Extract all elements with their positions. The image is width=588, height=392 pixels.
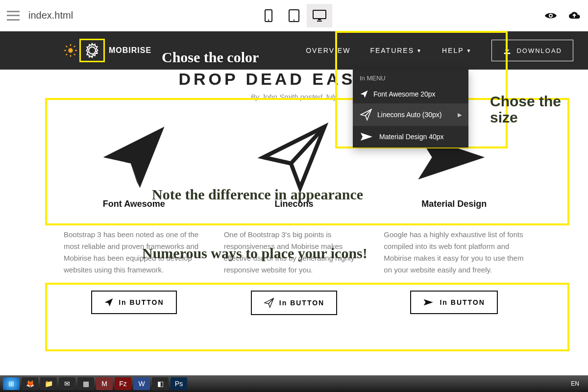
page-title: DROP DEAD EASY WE <box>15 70 573 89</box>
paper-plane-icon <box>360 90 368 98</box>
download-icon <box>503 46 512 55</box>
sun-icon-orange <box>64 44 77 57</box>
brand-label: MOBIRISE <box>109 46 151 55</box>
column-desc: Bootstrap 3 has been noted as one of the… <box>64 229 204 276</box>
nav-overview[interactable]: OVERVIEW <box>306 47 350 54</box>
svg-line-13 <box>74 54 75 55</box>
feature-columns: Font Awesome Bootstrap 3 has been noted … <box>15 121 573 315</box>
svg-point-1 <box>268 19 270 21</box>
column-title: Font Awesome <box>64 199 204 209</box>
taskbar-app-generic[interactable]: ▦ <box>77 377 94 390</box>
chevron-right-icon: ▶ <box>458 112 462 118</box>
in-button-linecons[interactable]: In BUTTON <box>251 291 337 315</box>
nav-features[interactable]: FEATURES▼ <box>370 47 422 54</box>
taskbar-lang[interactable]: EN <box>571 380 585 387</box>
send-icon <box>360 131 374 143</box>
app-topbar: index.html <box>0 0 588 31</box>
in-button-fa[interactable]: In BUTTON <box>91 291 176 314</box>
dropdown-item-label: Font Awesome 20px <box>373 90 436 98</box>
taskbar-app-mail[interactable]: ✉ <box>59 377 75 390</box>
menu-icon[interactable] <box>7 11 20 21</box>
tablet-icon[interactable] <box>281 4 307 27</box>
page-content: DROP DEAD EASY WE By John Smith posted J… <box>0 70 588 315</box>
column-material: Material Design Google has a highly exha… <box>384 121 524 315</box>
taskbar-app-generic[interactable]: ◧ <box>152 377 169 390</box>
dropdown-header: In MENU <box>353 70 468 85</box>
features-dropdown: In MENU Font Awesome 20px Linecons Auto … <box>353 70 468 147</box>
svg-line-20 <box>264 157 291 164</box>
download-button[interactable]: DOWNLOAD <box>491 40 573 61</box>
taskbar-app-photoshop[interactable]: Ps <box>171 377 187 390</box>
button-label: In BUTTON <box>279 299 324 307</box>
dropdown-item-fa[interactable]: Font Awesome 20px <box>353 85 468 103</box>
taskbar-app-filezilla[interactable]: Fz <box>115 377 131 390</box>
dropdown-item-linecons[interactable]: Linecons Auto (30px) ▶ <box>353 103 468 126</box>
publish-icon[interactable] <box>567 11 581 21</box>
start-button[interactable]: ⊞ <box>3 377 20 390</box>
dropdown-item-label: Material Design 40px <box>379 133 444 141</box>
svg-point-16 <box>89 47 96 54</box>
phone-icon[interactable] <box>256 4 281 27</box>
dropdown-item-material[interactable]: Material Design 40px <box>353 126 468 147</box>
taskbar-app-word[interactable]: W <box>133 377 150 390</box>
svg-point-6 <box>550 15 552 17</box>
nav-help[interactable]: HELP▼ <box>442 47 472 54</box>
caret-down-icon: ▼ <box>416 48 422 53</box>
preview-icon[interactable] <box>544 11 558 20</box>
paper-plane-outline-icon <box>224 121 365 194</box>
paper-plane-outline-icon <box>264 297 274 308</box>
svg-point-7 <box>68 48 73 52</box>
filename-label: index.html <box>28 10 73 21</box>
device-preview-group <box>256 4 332 27</box>
paper-plane-solid-icon <box>64 121 204 194</box>
in-button-material[interactable]: In BUTTON <box>410 291 497 314</box>
desktop-icon[interactable] <box>307 4 332 27</box>
site-navbar: MOBIRISE OVERVIEW FEATURES▼ HELP▼ DOWNLO… <box>0 31 588 70</box>
download-label: DOWNLOAD <box>516 47 562 54</box>
taskbar-app-explorer[interactable]: 📁 <box>40 377 57 390</box>
column-linecons: Linecons One of Bootstrap 3's big points… <box>224 121 365 315</box>
svg-line-14 <box>74 46 75 47</box>
column-font-awesome: Font Awesome Bootstrap 3 has been noted … <box>64 121 204 315</box>
button-label: In BUTTON <box>119 298 164 306</box>
paper-plane-outline-icon <box>360 108 372 121</box>
column-title: Material Design <box>384 199 524 209</box>
svg-line-12 <box>66 46 67 47</box>
button-label: In BUTTON <box>440 298 485 306</box>
logo-icon-gear[interactable] <box>79 39 105 62</box>
taskbar: ⊞ 🦊 📁 ✉ ▦ M Fz W ◧ Ps EN <box>0 375 588 392</box>
svg-rect-4 <box>313 10 326 19</box>
send-icon <box>423 297 435 307</box>
caret-down-icon: ▼ <box>466 48 472 53</box>
svg-line-15 <box>66 54 67 55</box>
byline: By John Smith posted July <box>15 93 573 101</box>
column-title: Linecons <box>224 199 365 209</box>
column-desc: One of Bootstrap 3's big points is respo… <box>224 229 365 276</box>
svg-line-19 <box>291 127 325 164</box>
paper-plane-icon <box>104 297 114 307</box>
svg-rect-17 <box>504 53 511 54</box>
dropdown-item-label: Linecons Auto (30px) <box>377 111 442 119</box>
column-desc: Google has a highly exhaustive list of f… <box>384 229 524 276</box>
taskbar-app-mobirise[interactable]: M <box>96 377 113 390</box>
svg-point-3 <box>294 19 295 21</box>
taskbar-app-firefox[interactable]: 🦊 <box>22 377 38 390</box>
